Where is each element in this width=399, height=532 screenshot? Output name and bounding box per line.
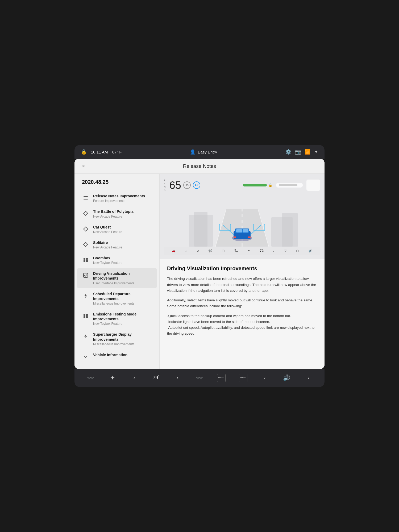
svg-rect-0 xyxy=(84,196,88,197)
nav-bar-placeholder xyxy=(279,184,297,186)
volume-decrease[interactable]: ‹ xyxy=(254,369,276,387)
phone-icon-bottom[interactable]: 📞 xyxy=(234,249,238,252)
rear-heat-right[interactable]: 〰 xyxy=(232,369,254,387)
sidebar-item-polytopia[interactable]: The Battle of Polytopia New Arcade Featu… xyxy=(74,206,159,221)
side-panel-text: P xyxy=(164,179,166,182)
heat-wave-center[interactable]: 〰️ xyxy=(189,369,210,387)
temp-left-decrease[interactable]: ‹ xyxy=(123,369,145,387)
cat-quest-subtitle: New Arcade Feature xyxy=(93,230,152,234)
bolt-icon-departure xyxy=(82,292,89,300)
grid-icon-emissions xyxy=(82,312,89,320)
detail-paragraph1: The driving visualization has been refre… xyxy=(167,276,317,294)
lock-small: 🔒 xyxy=(268,183,272,187)
sidebar-item-supercharger[interactable]: Supercharger Display Improvements Miscel… xyxy=(74,329,159,349)
temp-left-increase[interactable]: › xyxy=(167,369,189,387)
sidebar-item-driving-viz[interactable]: Driving Visualization Improvements User … xyxy=(77,268,157,288)
heat-seat-left[interactable]: 〰️ xyxy=(80,369,102,387)
status-center: 👤 Easy Entry xyxy=(190,149,217,155)
svg-rect-27 xyxy=(234,236,236,238)
boombox-text: Boombox New Toybox Feature xyxy=(93,256,152,265)
grid-icon-boombox xyxy=(82,256,89,264)
music-icon-bottom[interactable]: ♪ xyxy=(185,249,187,252)
svg-rect-26 xyxy=(243,229,248,232)
svg-rect-7 xyxy=(84,273,88,277)
sidebar-item-solitaire[interactable]: Solitaire New Arcade Feature xyxy=(74,237,159,252)
svg-rect-6 xyxy=(86,260,88,262)
brightness-icon[interactable]: ⚙️ xyxy=(285,149,291,155)
svg-marker-8 xyxy=(84,294,87,298)
sidebar-item-vehicle-info[interactable]: Vehicle Information xyxy=(74,349,159,364)
bottom-bar: 〰️ ✦ ‹ 79° › 〰️ 〰 〰 ‹ xyxy=(74,369,325,387)
rear-heat-left[interactable]: 〰 xyxy=(210,369,232,387)
detail-list: -Quick access to the backup camera and w… xyxy=(167,313,317,337)
volume-increase[interactable]: › xyxy=(297,369,319,387)
scheduled-departure-title: Scheduled Departure Improvements xyxy=(93,292,152,301)
svg-rect-28 xyxy=(248,236,251,238)
car-icon-bottom[interactable]: 🚗 xyxy=(172,249,176,252)
checkbox-icon xyxy=(82,272,89,279)
easy-entry-label[interactable]: Easy Entry xyxy=(198,150,217,154)
square-icon-bottom[interactable]: ▢ xyxy=(222,249,225,252)
volume-icon-bottom[interactable]: 🔊 xyxy=(309,249,312,252)
main-panel: × Release Notes 2020.48.25 Release Notes… xyxy=(74,159,325,369)
music-note-bottom[interactable]: ♩ xyxy=(273,249,275,252)
sidebar-item-scheduled-departure[interactable]: Scheduled Departure Improvements Miscell… xyxy=(74,288,159,309)
side-panel-text2: A xyxy=(164,182,166,185)
road-visualization xyxy=(164,193,320,247)
rear-heat-right-icon: 〰 xyxy=(239,374,247,382)
sidebar-item-release-notes[interactable]: Release Notes Improvements Feature Impro… xyxy=(74,190,159,206)
polytopia-subtitle: New Arcade Feature xyxy=(93,215,152,218)
temp-value: 79° xyxy=(153,375,159,381)
svg-rect-5 xyxy=(84,260,85,262)
volume-icon: 🔊 xyxy=(283,375,290,381)
camera-icon[interactable]: 📷 xyxy=(295,149,301,155)
svg-rect-25 xyxy=(236,229,242,232)
svg-rect-4 xyxy=(86,258,88,260)
svg-rect-11 xyxy=(84,316,85,318)
wifi-icon[interactable]: 📶 xyxy=(305,149,310,155)
sidebar-item-emissions[interactable]: Emissions Testing Mode Improvements New … xyxy=(74,309,159,329)
svg-rect-9 xyxy=(84,314,85,316)
temp-display: 79° xyxy=(145,369,167,387)
release-notes-title: Release Notes Improvements xyxy=(93,194,152,198)
supercharger-title: Supercharger Display Improvements xyxy=(93,332,152,342)
svg-rect-2 xyxy=(84,199,88,200)
person-icon: 👤 xyxy=(190,149,196,155)
diamond-icon-solitaire xyxy=(82,241,89,248)
fan-control[interactable]: ✦ xyxy=(102,369,123,387)
chevron-right-vol: › xyxy=(307,376,309,380)
fan-icon: ✦ xyxy=(110,375,115,381)
message-icon-bottom[interactable]: 💬 xyxy=(209,249,212,252)
driving-viz-subtitle: User Interface Improvements xyxy=(93,281,152,285)
screen-icon-bottom[interactable]: ▢ xyxy=(296,249,299,252)
status-icons: ⚙️ 📷 📶 ✦ xyxy=(285,149,318,155)
side-panel-text3: R xyxy=(164,185,166,188)
bottom-speed: 72 xyxy=(260,249,264,253)
widget-box xyxy=(306,180,320,191)
polytopia-text: The Battle of Polytopia New Arcade Featu… xyxy=(93,209,152,218)
emissions-text: Emissions Testing Mode Improvements New … xyxy=(93,312,152,326)
sidebar-item-cat-quest[interactable]: Cat Quest New Arcade Feature xyxy=(74,222,159,237)
chevron-left-vol: ‹ xyxy=(264,376,265,380)
panel-title: Release Notes xyxy=(183,163,216,169)
chevron-left-temp: ‹ xyxy=(134,376,135,380)
status-time: 10:11 AM xyxy=(91,150,108,154)
rear-heat-left-icon: 〰 xyxy=(217,374,226,382)
circle-icon-bottom[interactable]: ⊙ xyxy=(197,249,199,252)
detail-section: Driving Visualization Improvements The d… xyxy=(160,259,325,347)
side-panel-text4: K xyxy=(164,189,166,191)
chevron-icon-vehicle xyxy=(82,353,89,360)
bluetooth-icon[interactable]: ✦ xyxy=(314,149,318,155)
sidebar-item-boombox[interactable]: Boombox New Toybox Feature xyxy=(74,252,159,268)
status-bar: 🔒 10:11 AM 67° F 👤 Easy Entry ⚙️ 📷 📶 ✦ xyxy=(74,145,325,159)
speed-limit-badge: 65 xyxy=(183,181,191,189)
supercharger-subtitle: Miscellaneous Improvements xyxy=(93,342,152,346)
version-label: 2020.48.25 xyxy=(74,179,159,190)
volume-control[interactable]: 🔊 xyxy=(276,369,297,387)
close-button[interactable]: × xyxy=(82,163,85,169)
fan-icon-bottom[interactable]: ✦ xyxy=(248,249,250,252)
diamond-icon-polytopia xyxy=(82,210,89,217)
nav-icon-bottom[interactable]: ▽ xyxy=(284,249,286,252)
solitaire-title: Solitaire xyxy=(93,240,152,245)
driving-viz-title: Driving Visualization Improvements xyxy=(93,271,152,281)
